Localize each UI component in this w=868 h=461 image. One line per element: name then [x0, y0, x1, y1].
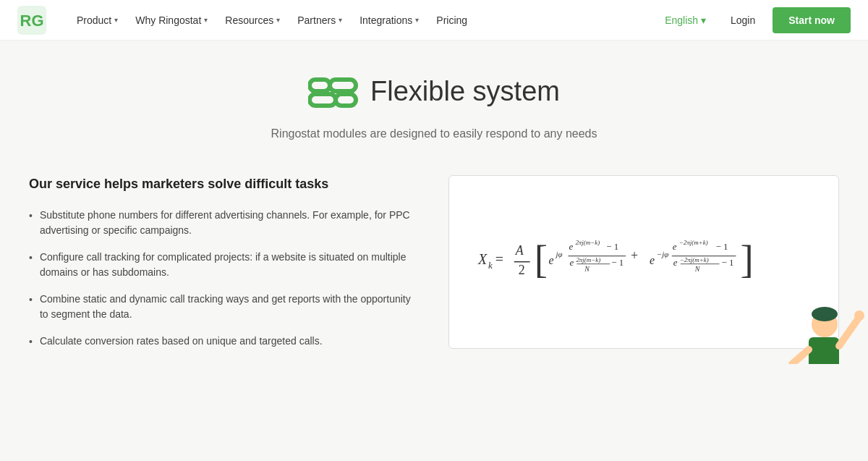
svg-text:N: N	[584, 265, 590, 273]
list-item: • Configure call tracking for complicate…	[29, 250, 420, 280]
chevron-down-icon: ▾	[415, 16, 419, 24]
svg-text:e: e	[673, 241, 677, 252]
svg-text:]: ]	[740, 237, 753, 282]
bullet-list: • Substitute phone numbers for different…	[29, 208, 420, 350]
svg-rect-5	[336, 94, 356, 106]
hero-title-section: Flexible system	[29, 69, 839, 113]
svg-point-38	[812, 307, 838, 321]
svg-text:− 1: − 1	[722, 257, 734, 268]
svg-text:e: e	[673, 257, 678, 268]
nav-item-integrations[interactable]: Integrations ▾	[352, 9, 426, 32]
bullet-icon: •	[29, 334, 33, 350]
svg-text:−2πj(m+k): −2πj(m+k)	[679, 239, 708, 246]
svg-text:2: 2	[519, 263, 525, 277]
svg-text:X: X	[477, 251, 488, 267]
svg-text:RG: RG	[20, 11, 44, 29]
svg-text:jφ: jφ	[555, 250, 563, 258]
list-item: • Substitute phone numbers for different…	[29, 208, 420, 238]
svg-text:2πj(m−k): 2πj(m−k)	[576, 256, 600, 263]
nav-item-pricing[interactable]: Pricing	[429, 9, 475, 32]
content-grid: Our service helps marketers solve diffic…	[29, 175, 839, 350]
svg-text:k: k	[488, 260, 493, 271]
left-column: Our service helps marketers solve diffic…	[29, 175, 420, 350]
svg-text:N: N	[694, 265, 701, 273]
bullet-icon: •	[29, 208, 33, 224]
svg-text:−2πj(m+k): −2πj(m+k)	[680, 256, 709, 263]
navbar: RG Product ▾ Why Ringostat ▾ Resources ▾…	[0, 0, 868, 41]
svg-rect-3	[330, 80, 356, 91]
bullet-text: Calculate conversion rates based on uniq…	[40, 334, 323, 349]
svg-line-40	[839, 317, 859, 346]
bullet-text: Configure call tracking for complicated …	[40, 250, 420, 280]
svg-text:e: e	[549, 254, 554, 266]
svg-line-42	[792, 350, 809, 364]
svg-text:[: [	[535, 237, 548, 282]
svg-text:e: e	[650, 254, 655, 266]
chevron-down-icon: ▾	[276, 16, 280, 24]
svg-text:+: +	[631, 248, 638, 263]
svg-rect-2	[310, 80, 330, 91]
svg-text:− 1: − 1	[716, 241, 728, 252]
svg-rect-4	[310, 94, 336, 106]
nav-item-product[interactable]: Product ▾	[69, 9, 125, 32]
page-title: Flexible system	[370, 76, 560, 107]
right-column: X k = A 2 [ e jφ e 2πj(m−k)	[448, 175, 839, 349]
svg-rect-39	[809, 337, 839, 364]
bullet-icon: •	[29, 292, 33, 308]
illustration-figure	[752, 303, 868, 364]
list-item: • Combine static and dynamic call tracki…	[29, 292, 420, 322]
svg-text:− 1: − 1	[611, 257, 624, 268]
svg-text:A: A	[515, 243, 524, 258]
svg-point-41	[854, 310, 864, 321]
site-logo[interactable]: RG	[17, 6, 46, 35]
svg-text:e: e	[569, 241, 573, 252]
login-button[interactable]: Login	[722, 9, 764, 32]
bullet-text: Combine static and dynamic call tracking…	[40, 292, 420, 322]
nav-right: English ▾ Login Start now	[658, 7, 851, 33]
hero-subtitle: Ringostat modules are designed to easily…	[29, 127, 839, 140]
svg-text:e: e	[569, 257, 574, 268]
bullet-icon: •	[29, 250, 33, 266]
chevron-down-icon: ▾	[204, 16, 208, 24]
nav-item-why-ringostat[interactable]: Why Ringostat ▾	[128, 9, 215, 32]
service-heading: Our service helps marketers solve diffic…	[29, 175, 420, 193]
flexible-system-icon	[308, 69, 359, 113]
start-now-button[interactable]: Start now	[773, 7, 851, 33]
svg-text:2πj(m−k): 2πj(m−k)	[575, 239, 600, 246]
list-item: • Calculate conversion rates based on un…	[29, 334, 420, 350]
svg-text:−jφ: −jφ	[657, 250, 668, 258]
nav-item-resources[interactable]: Resources ▾	[218, 9, 287, 32]
nav-links: Product ▾ Why Ringostat ▾ Resources ▾ Pa…	[69, 9, 658, 32]
main-content: Flexible system Ringostat modules are de…	[0, 41, 868, 364]
language-selector[interactable]: English ▾	[658, 9, 713, 32]
nav-item-partners[interactable]: Partners ▾	[290, 9, 349, 32]
svg-text:− 1: − 1	[606, 241, 618, 252]
chevron-down-icon: ▾	[114, 16, 118, 24]
bullet-text: Substitute phone numbers for different a…	[40, 208, 420, 238]
svg-text:=: =	[495, 251, 503, 267]
chevron-down-icon: ▾	[339, 16, 342, 24]
